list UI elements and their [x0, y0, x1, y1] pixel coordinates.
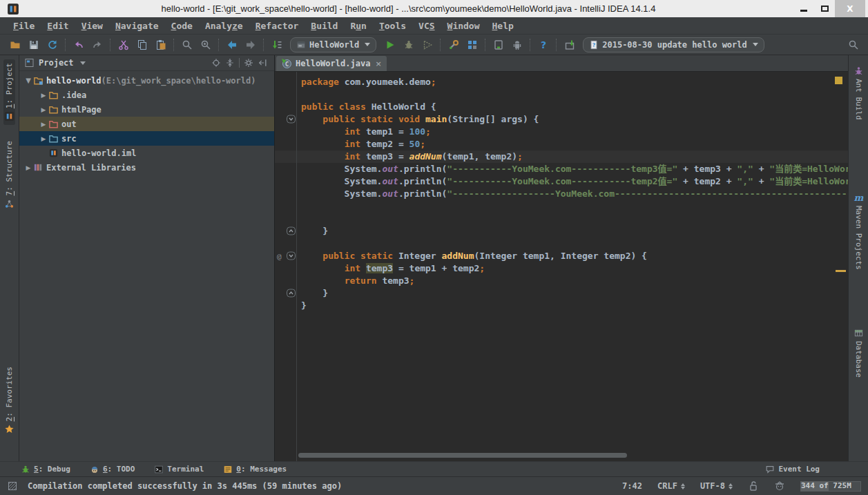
editor-gutter[interactable]: [275, 113, 297, 126]
menu-refactor[interactable]: Refactor: [249, 19, 305, 32]
line-numbers-button[interactable]: [267, 37, 286, 53]
editor-gutter[interactable]: [275, 200, 297, 213]
android-sdk-button[interactable]: [508, 37, 526, 53]
tree-expand-icon[interactable]: ▶: [23, 164, 33, 171]
editor-gutter[interactable]: [275, 300, 297, 312]
menu-code[interactable]: Code: [165, 19, 199, 32]
tree-expand-icon[interactable]: ▶: [39, 106, 48, 113]
hide-panel-button[interactable]: [255, 56, 269, 70]
tool-button-todo[interactable]: 6: TODO: [90, 465, 135, 474]
editor-gutter[interactable]: [275, 101, 297, 113]
menu-analyze[interactable]: Analyze: [199, 19, 249, 32]
menu-navigate[interactable]: Navigate: [109, 19, 165, 32]
tool-button-favorites[interactable]: 2: Favorites: [3, 363, 15, 438]
tree-item-iml[interactable]: hello-world.iml: [19, 146, 274, 160]
tree-expand-icon[interactable]: ▶: [39, 135, 48, 142]
tree-item-hello-world[interactable]: ▼hello-world (E:\git_work_space\hello-wo…: [19, 73, 274, 88]
settings-button[interactable]: [444, 37, 463, 53]
tool-button-ant-build[interactable]: Ant Build: [853, 62, 865, 124]
line-ending-selector[interactable]: CRLF: [657, 481, 685, 491]
scroll-to-source-button[interactable]: [209, 56, 223, 70]
back-button[interactable]: [222, 37, 241, 53]
chevron-down-icon[interactable]: [80, 61, 86, 65]
editor-gutter[interactable]: [275, 126, 297, 138]
editor-gutter[interactable]: [275, 88, 297, 101]
editor-gutter[interactable]: [275, 237, 297, 250]
editor-gutter[interactable]: @: [275, 250, 297, 262]
minimize-button[interactable]: [793, 1, 814, 16]
tree-expand-icon[interactable]: ▶: [39, 92, 48, 99]
close-button[interactable]: X: [835, 0, 865, 17]
tool-button-structure[interactable]: 7: Structure: [3, 137, 15, 212]
horizontal-scrollbar[interactable]: [298, 453, 627, 458]
tree-expand-icon[interactable]: ▶: [39, 121, 48, 128]
menu-tools[interactable]: Tools: [373, 19, 412, 32]
save-all-button[interactable]: [24, 37, 43, 53]
find-usages-button[interactable]: [196, 37, 215, 53]
paste-button[interactable]: [151, 37, 170, 53]
tool-button-database[interactable]: Database: [853, 324, 865, 381]
hector-inspector-icon[interactable]: [774, 481, 785, 492]
menu-window[interactable]: Window: [441, 19, 486, 32]
event-log-button[interactable]: Event Log: [765, 465, 820, 474]
search-everywhere-button[interactable]: [844, 37, 862, 53]
redo-button[interactable]: [88, 37, 106, 53]
tool-button-maven-projects[interactable]: mMaven Projects: [853, 189, 865, 273]
editor-gutter[interactable]: [275, 76, 297, 88]
highlight-stripe-mark[interactable]: [836, 270, 846, 272]
menu-view[interactable]: View: [75, 19, 109, 32]
avd-manager-button[interactable]: [489, 37, 508, 53]
editor-gutter[interactable]: [275, 138, 297, 151]
encoding-selector[interactable]: UTF-8: [700, 481, 733, 491]
stripe-toggle-icon[interactable]: [7, 481, 18, 492]
tool-button-debug[interactable]: 5: Debug: [21, 465, 70, 474]
synchronize-button[interactable]: [43, 37, 61, 53]
copy-button[interactable]: [133, 37, 151, 53]
tree-item-idea[interactable]: ▶.idea: [19, 88, 274, 102]
editor-gutter[interactable]: [275, 175, 297, 188]
menu-file[interactable]: File: [7, 19, 41, 32]
project-panel-title[interactable]: Project: [39, 58, 74, 68]
code-editor[interactable]: package com.youmeek.demo;public class He…: [275, 72, 848, 461]
open-file-button[interactable]: [6, 37, 24, 53]
undo-button[interactable]: [69, 37, 88, 53]
menu-edit[interactable]: Edit: [41, 19, 75, 32]
editor-gutter[interactable]: [275, 287, 297, 300]
editor-gutter[interactable]: [275, 262, 297, 275]
menu-build[interactable]: Build: [305, 19, 344, 32]
editor-gutter[interactable]: [275, 275, 297, 287]
help-button[interactable]: ?: [534, 37, 552, 53]
editor-gutter[interactable]: [275, 188, 297, 200]
menu-run[interactable]: Run: [344, 19, 372, 32]
menu-vcs[interactable]: VCS: [412, 19, 441, 32]
forward-button[interactable]: [241, 37, 260, 53]
debug-button[interactable]: [399, 37, 418, 53]
find-button[interactable]: [177, 37, 196, 53]
menu-help[interactable]: Help: [486, 19, 520, 32]
tool-button-project[interactable]: 1: Project: [3, 59, 15, 125]
editor-gutter[interactable]: [275, 213, 297, 225]
run-button[interactable]: [380, 37, 399, 53]
warning-stripe-mark[interactable]: [835, 77, 842, 84]
memory-indicator[interactable]: 344 of 725M: [800, 481, 861, 492]
tool-button-terminal[interactable]: Terminal: [154, 465, 204, 474]
project-structure-button[interactable]: [463, 37, 481, 53]
collapse-all-button[interactable]: [223, 56, 237, 70]
maximize-button[interactable]: [814, 1, 835, 16]
sdk-manager-button[interactable]: [560, 37, 579, 53]
editor-gutter[interactable]: [275, 225, 297, 237]
tree-item-external-libraries[interactable]: ▶External Libraries: [19, 160, 274, 175]
tab-helloworld-java[interactable]: C HelloWorld.java ×: [276, 56, 387, 71]
tree-item-src[interactable]: ▶src: [19, 131, 274, 146]
tree-item-out[interactable]: ▶out: [19, 117, 274, 131]
tab-close-icon[interactable]: ×: [375, 59, 381, 68]
editor-gutter[interactable]: [275, 163, 297, 175]
tool-button-messages[interactable]: 0: Messages: [223, 465, 287, 474]
settings-gear-button[interactable]: [242, 56, 255, 70]
run-with-coverage-button[interactable]: [418, 37, 436, 53]
tree-item-htmlpage[interactable]: ▶htmlPage: [19, 102, 274, 117]
run-configuration-select[interactable]: HelloWorld: [290, 37, 376, 52]
vcs-message-select[interactable]: ?2015-08-30 update hello world: [583, 37, 764, 52]
editor-gutter[interactable]: [275, 151, 297, 163]
cut-button[interactable]: [114, 37, 133, 53]
